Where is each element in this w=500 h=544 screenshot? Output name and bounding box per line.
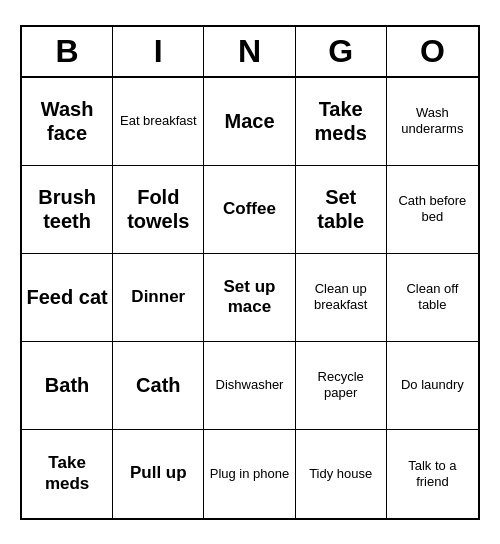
bingo-cell-21: Pull up: [113, 430, 204, 518]
bingo-cell-12: Set up mace: [204, 254, 295, 342]
bingo-grid: Wash faceEat breakfastMaceTake medsWash …: [22, 78, 478, 518]
bingo-cell-0: Wash face: [22, 78, 113, 166]
header-letter-b: B: [22, 27, 113, 76]
bingo-cell-19: Do laundry: [387, 342, 478, 430]
bingo-card: BINGO Wash faceEat breakfastMaceTake med…: [20, 25, 480, 520]
header-letter-g: G: [296, 27, 387, 76]
bingo-cell-8: Set table: [296, 166, 387, 254]
bingo-header: BINGO: [22, 27, 478, 78]
bingo-cell-1: Eat breakfast: [113, 78, 204, 166]
bingo-cell-20: Take meds: [22, 430, 113, 518]
bingo-cell-15: Bath: [22, 342, 113, 430]
bingo-cell-17: Dishwasher: [204, 342, 295, 430]
header-letter-o: O: [387, 27, 478, 76]
bingo-cell-24: Talk to a friend: [387, 430, 478, 518]
bingo-cell-13: Clean up breakfast: [296, 254, 387, 342]
header-letter-n: N: [204, 27, 295, 76]
bingo-cell-22: Plug in phone: [204, 430, 295, 518]
bingo-cell-7: Coffee: [204, 166, 295, 254]
bingo-cell-2: Mace: [204, 78, 295, 166]
bingo-cell-6: Fold towels: [113, 166, 204, 254]
bingo-cell-16: Cath: [113, 342, 204, 430]
bingo-cell-14: Clean off table: [387, 254, 478, 342]
bingo-cell-4: Wash underarms: [387, 78, 478, 166]
bingo-cell-3: Take meds: [296, 78, 387, 166]
bingo-cell-5: Brush teeth: [22, 166, 113, 254]
header-letter-i: I: [113, 27, 204, 76]
bingo-cell-11: Dinner: [113, 254, 204, 342]
bingo-cell-18: Recycle paper: [296, 342, 387, 430]
bingo-cell-23: Tidy house: [296, 430, 387, 518]
bingo-cell-10: Feed cat: [22, 254, 113, 342]
bingo-cell-9: Cath before bed: [387, 166, 478, 254]
